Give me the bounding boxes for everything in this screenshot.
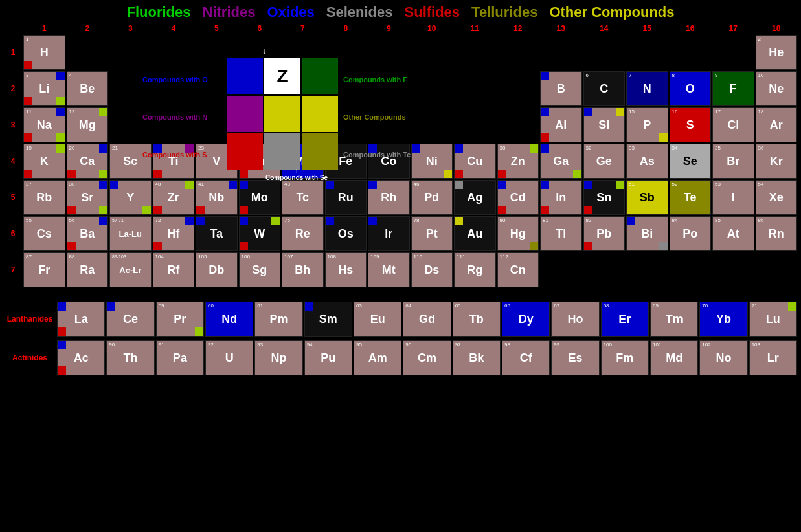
element-Li[interactable]: 3 Li [23, 71, 65, 106]
element-Hs[interactable]: 108 Hs [325, 252, 367, 287]
element-Ar[interactable]: 18 Ar [756, 107, 798, 142]
element-Ge[interactable]: 32 Ge [583, 144, 626, 179]
element-Yb[interactable]: 70 Yb [699, 302, 747, 337]
element-Ru[interactable]: 44 Ru [325, 180, 367, 215]
element-At[interactable]: 85 At [712, 216, 754, 251]
element-Au[interactable]: 79 Au [454, 216, 496, 251]
element-Y[interactable]: 39 Y [109, 180, 152, 215]
element-Zr[interactable]: 40 Zr [153, 180, 195, 215]
element-Lu[interactable]: 71 Lu [749, 302, 797, 337]
element-Ac[interactable]: 89 Ac [57, 340, 105, 375]
element-Np[interactable]: 93 Np [254, 340, 302, 375]
element-Md[interactable]: 101 Md [650, 340, 698, 375]
element-Pd[interactable]: 46 Pd [411, 180, 453, 215]
element-Zn[interactable]: 30 Zn [497, 144, 539, 179]
element-Cl[interactable]: 17 Cl [712, 107, 754, 142]
element-Se[interactable]: 34 Se [670, 144, 712, 179]
element-Tl[interactable]: 81 Tl [540, 216, 582, 251]
element-Ni[interactable]: 28 Ni [411, 144, 453, 179]
element-Hf[interactable]: 72 Hf [153, 216, 195, 251]
element-La[interactable]: 57 La [57, 302, 105, 337]
element-Os[interactable]: 76 Os [325, 216, 367, 251]
element-Pm[interactable]: 61 Pm [254, 302, 302, 337]
element-Re[interactable]: 75 Re [282, 216, 324, 251]
element-Br[interactable]: 35 Br [712, 144, 754, 179]
element-Cu[interactable]: 29 Cu [454, 144, 496, 179]
element-Ca[interactable]: 20 Ca [67, 144, 109, 179]
element-Eu[interactable]: 63 Eu [354, 302, 401, 337]
element-AcLr[interactable]: 89-103 Ac-Lr [109, 252, 152, 287]
element-Te[interactable]: 52 Te [670, 180, 712, 215]
element-U[interactable]: 92 U [205, 340, 253, 375]
element-He[interactable]: 2 He [756, 35, 798, 70]
element-Rg[interactable]: 111 Rg [454, 252, 496, 287]
element-Lr[interactable]: 103 Lr [749, 340, 797, 375]
element-Rn[interactable]: 86 Rn [756, 216, 798, 251]
element-Cm[interactable]: 96 Cm [403, 340, 451, 375]
element-Nb[interactable]: 41 Nb [196, 180, 238, 215]
element-Tb[interactable]: 65 Tb [453, 302, 501, 337]
element-In[interactable]: 49 In [540, 180, 582, 215]
element-Xe[interactable]: 54 Xe [756, 180, 798, 215]
element-Sr[interactable]: 38 Sr [67, 180, 109, 215]
element-I[interactable]: 53 I [712, 180, 754, 215]
element-Pb[interactable]: 82 Pb [583, 216, 626, 251]
element-N[interactable]: 7 N [626, 71, 668, 106]
element-Pu[interactable]: 94 Pu [304, 340, 352, 375]
element-Cn[interactable]: 112 Cn [497, 252, 539, 287]
element-Pt[interactable]: 78 Pt [411, 216, 453, 251]
element-Ho[interactable]: 67 Ho [551, 302, 599, 337]
element-Rh[interactable]: 45 Rh [368, 180, 410, 215]
element-K[interactable]: 19 K [23, 144, 65, 179]
element-Bk[interactable]: 97 Bk [453, 340, 501, 375]
element-LaLu[interactable]: 57-71 La-Lu [109, 216, 152, 251]
element-Er[interactable]: 68 Er [601, 302, 649, 337]
element-Dy[interactable]: 66 Dy [502, 302, 550, 337]
element-Ne[interactable]: 10 Ne [756, 71, 798, 106]
element-Tm[interactable]: 69 Tm [650, 302, 698, 337]
element-Ir[interactable]: 77 Ir [368, 216, 410, 251]
element-Ra[interactable]: 88 Ra [67, 252, 109, 287]
element-Am[interactable]: 95 Am [354, 340, 401, 375]
element-Pa[interactable]: 91 Pa [156, 340, 204, 375]
element-Bi[interactable]: 83 Bi [626, 216, 668, 251]
element-Ba[interactable]: 56 Ba [67, 216, 109, 251]
element-Th[interactable]: 90 Th [106, 340, 154, 375]
element-Cd[interactable]: 48 Cd [497, 180, 539, 215]
element-Gd[interactable]: 64 Gd [403, 302, 451, 337]
element-Be[interactable]: 4 Be [67, 71, 109, 106]
element-Bh[interactable]: 107 Bh [282, 252, 324, 287]
element-Na[interactable]: 11 Na [23, 107, 65, 142]
element-O[interactable]: 8 O [670, 71, 712, 106]
element-Db[interactable]: 105 Db [196, 252, 238, 287]
element-No[interactable]: 102 No [699, 340, 747, 375]
element-Sb[interactable]: 51 Sb [626, 180, 668, 215]
element-B[interactable]: 5 B [540, 71, 582, 106]
element-Mt[interactable]: 109 Mt [368, 252, 410, 287]
element-Fm[interactable]: 100 Fm [601, 340, 649, 375]
element-Si[interactable]: 14 Si [583, 107, 626, 142]
element-H[interactable]: 1 H [23, 35, 65, 70]
element-Pr[interactable]: 59 Pr [156, 302, 204, 337]
element-Al[interactable]: 13 Al [540, 107, 582, 142]
element-Ta[interactable]: 73 Ta [196, 216, 238, 251]
element-Ds[interactable]: 110 Ds [411, 252, 453, 287]
element-Nd[interactable]: 60 Nd [205, 302, 253, 337]
element-Sn[interactable]: 50 Sn [583, 180, 626, 215]
element-Es[interactable]: 99 Es [551, 340, 599, 375]
element-As[interactable]: 33 As [626, 144, 668, 179]
element-Cf[interactable]: 98 Cf [502, 340, 550, 375]
element-Rf[interactable]: 104 Rf [153, 252, 195, 287]
element-Ga[interactable]: 31 Ga [540, 144, 582, 179]
element-Rb[interactable]: 37 Rb [23, 180, 65, 215]
element-C[interactable]: 6 C [583, 71, 626, 106]
element-Fr[interactable]: 87 Fr [23, 252, 65, 287]
element-Sg[interactable]: 106 Sg [239, 252, 281, 287]
element-Sm[interactable]: 62 Sm [304, 302, 352, 337]
element-Mg[interactable]: 12 Mg [67, 107, 109, 142]
element-Ag[interactable]: 47 Ag [454, 180, 496, 215]
element-Ce[interactable]: 59 Ce [106, 302, 154, 337]
element-Tc[interactable]: 43 Tc [282, 180, 324, 215]
element-Mo[interactable]: 42 Mo [239, 180, 281, 215]
element-Kr[interactable]: 36 Kr [756, 144, 798, 179]
